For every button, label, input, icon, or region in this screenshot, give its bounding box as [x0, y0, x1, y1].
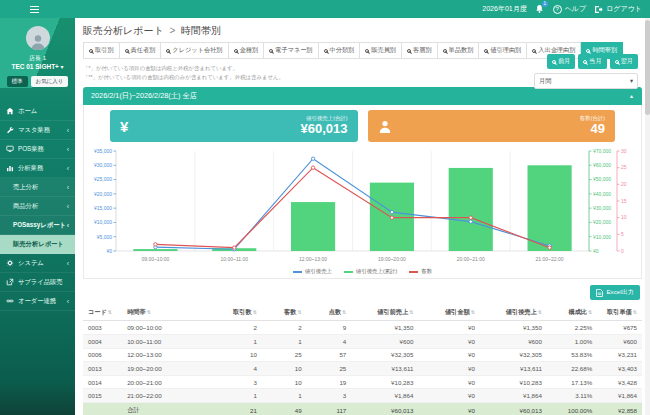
- tab-取引別[interactable]: 取引別: [83, 42, 120, 59]
- store-role-label: 店長 1: [0, 54, 75, 63]
- column-header-値引金額[interactable]: 値引金額⇅: [418, 304, 479, 321]
- svg-text:¥10,000: ¥10,000: [94, 220, 112, 226]
- svg-text:12:00~13:00: 12:00~13:00: [299, 256, 327, 262]
- sidebar-item-home[interactable]: ホーム: [0, 102, 75, 121]
- sidebar-item-sales-analysis[interactable]: 売上分析‹: [0, 178, 75, 197]
- legend-item-値引後売上[interactable]: 値引後売上: [293, 268, 332, 275]
- card-value: 49: [580, 122, 605, 137]
- cell: ¥0: [418, 348, 479, 362]
- table-row: 000612:00~13:00102557¥32,305¥0¥32,30553.…: [83, 348, 642, 362]
- sidebar-item-label: マスタ業務: [18, 126, 50, 135]
- store-profile[interactable]: 店長 1 TEC 01 SIGHT+ ▾ 標準 お気に入り: [0, 18, 75, 88]
- sidebar-item-label: オーダー連携: [18, 297, 56, 306]
- fiscal-period-label: 2026年01月度: [482, 4, 526, 14]
- tab-客層別[interactable]: 客層別: [402, 42, 438, 59]
- tab-単品数別[interactable]: 単品数別: [438, 42, 480, 59]
- search-icon: [443, 49, 447, 53]
- cell: 21: [212, 402, 262, 415]
- chevron-left-icon: ‹: [67, 127, 69, 134]
- svg-text:¥0: ¥0: [593, 248, 599, 254]
- excel-export-button[interactable]: Excel出力: [590, 285, 640, 300]
- search-icon: [234, 49, 238, 53]
- cell: 0004: [83, 334, 122, 348]
- cell: 100.00%: [547, 402, 597, 415]
- main-content: 販売分析レポート > 時間帯別 取引別責任者別クレジット会社別金種別電子マネー別…: [75, 18, 650, 415]
- column-header-値引前売上[interactable]: 値引前売上⇅: [351, 304, 418, 321]
- time-slot-chart: ¥0¥5,000¥10,000¥15,000¥20,000¥25,000¥30,…: [84, 142, 641, 267]
- sidebar-item-master[interactable]: マスタ業務‹: [0, 121, 75, 140]
- column-header-取引単価[interactable]: 取引単価⇅: [597, 304, 642, 321]
- standard-button[interactable]: 標準: [7, 76, 28, 87]
- cell: 1: [212, 389, 262, 403]
- sidebar-item-pos[interactable]: POS業務‹: [0, 140, 75, 159]
- cell: 19:00~20:00: [122, 362, 211, 376]
- period-button-前月[interactable]: 前月: [547, 54, 575, 69]
- search-icon: [89, 49, 93, 53]
- svg-text:¥20,000: ¥20,000: [94, 191, 112, 197]
- column-header-時間帯[interactable]: 時間帯⇅: [122, 304, 211, 321]
- svg-text:09:00~10:00: 09:00~10:00: [141, 256, 169, 262]
- tab-金種別[interactable]: 金種別: [229, 42, 265, 59]
- legend-item-客数[interactable]: 客数: [409, 268, 432, 275]
- svg-text:¥30,000: ¥30,000: [94, 162, 112, 168]
- yen-icon: ¥: [120, 118, 128, 135]
- tab-電子マネー別[interactable]: 電子マネー別: [264, 42, 318, 59]
- sidebar-item-product-analysis[interactable]: 商品分析‹: [0, 197, 75, 216]
- chevron-left-icon: ‹: [67, 165, 69, 172]
- cell: 17.13%: [547, 375, 597, 389]
- search-icon: [586, 49, 590, 53]
- help-icon: ?: [553, 5, 562, 14]
- column-header-値引後売上[interactable]: 値引後売上⇅: [480, 304, 547, 321]
- tab-label: 中分類別: [330, 46, 355, 55]
- cell: ¥1,864: [597, 389, 642, 403]
- notification-badge: 1: [542, 1, 548, 7]
- scrollbar-thumb[interactable]: [645, 20, 650, 115]
- sidebar-item-posassy-report[interactable]: POSassyレポート‹: [0, 216, 75, 235]
- collapse-chevron-icon[interactable]: ▲: [629, 93, 634, 99]
- sidebar-menu: ホームマスタ業務‹POS業務‹分析業務‹売上分析‹商品分析‹POSassyレポー…: [0, 102, 75, 311]
- cell: 25: [307, 362, 352, 376]
- sidebar-item-system[interactable]: システム‹: [0, 254, 75, 273]
- gear-icon: [6, 259, 15, 267]
- cell: ¥32,305: [480, 348, 547, 362]
- notifications-button[interactable]: 1: [535, 4, 545, 14]
- logout-button[interactable]: ログアウト: [594, 4, 642, 14]
- legend-item-値引後売上(累計)[interactable]: 値引後売上(累計): [344, 268, 397, 275]
- sidebar-item-analysis[interactable]: 分析業務‹: [0, 159, 75, 178]
- panel-header: 2026/2/1(日)~2026/2/28(土) 全店 ▲: [83, 87, 642, 105]
- hamburger-menu-icon[interactable]: [30, 6, 39, 13]
- tab-販売員別[interactable]: 販売員別: [360, 42, 402, 59]
- tab-クレジット会社別[interactable]: クレジット会社別: [161, 42, 228, 59]
- cell: 3: [307, 389, 352, 403]
- svg-text:¥30,000: ¥30,000: [593, 205, 611, 211]
- sort-icon: ⇅: [409, 309, 413, 315]
- cell: 1: [262, 389, 307, 403]
- period-select[interactable]: 月間 ▾: [534, 73, 638, 89]
- favorite-button[interactable]: お気に入り: [31, 76, 69, 87]
- sidebar-item-supply-sales[interactable]: サプライ品販売: [0, 273, 75, 292]
- column-header-取引数[interactable]: 取引数⇅: [212, 304, 262, 321]
- column-header-構成比[interactable]: 構成比⇅: [547, 304, 597, 321]
- tab-中分類別[interactable]: 中分類別: [319, 42, 361, 59]
- cell: 0014: [83, 375, 122, 389]
- logout-icon: [594, 5, 603, 14]
- sort-icon: ⇅: [588, 309, 592, 315]
- tab-label: 値引理由別: [490, 46, 521, 55]
- page-scrollbar: [645, 18, 650, 415]
- tab-責任者別[interactable]: 責任者別: [120, 42, 162, 59]
- column-header-コード[interactable]: コード⇅: [83, 304, 122, 321]
- tab-値引理由別[interactable]: 値引理由別: [479, 42, 527, 59]
- cell: 21:00~22:00: [122, 389, 211, 403]
- sidebar-item-order-link[interactable]: オーダー連携‹: [0, 292, 75, 311]
- period-button-翌月[interactable]: 翌月: [610, 54, 638, 69]
- column-header-点数[interactable]: 点数⇅: [307, 304, 352, 321]
- sidebar-item-sales-analysis-report[interactable]: 販売分析レポート: [0, 235, 75, 254]
- svg-text:¥25,000: ¥25,000: [94, 177, 112, 183]
- period-button-当月[interactable]: 当月: [578, 54, 606, 69]
- tab-label: 客層別: [413, 46, 432, 55]
- column-header-客数[interactable]: 客数⇅: [262, 304, 307, 321]
- svg-text:¥60,000: ¥60,000: [593, 162, 611, 168]
- cell: ¥1,864: [480, 389, 547, 403]
- search-icon: [324, 49, 328, 53]
- help-button[interactable]: ? ヘルプ: [553, 4, 587, 14]
